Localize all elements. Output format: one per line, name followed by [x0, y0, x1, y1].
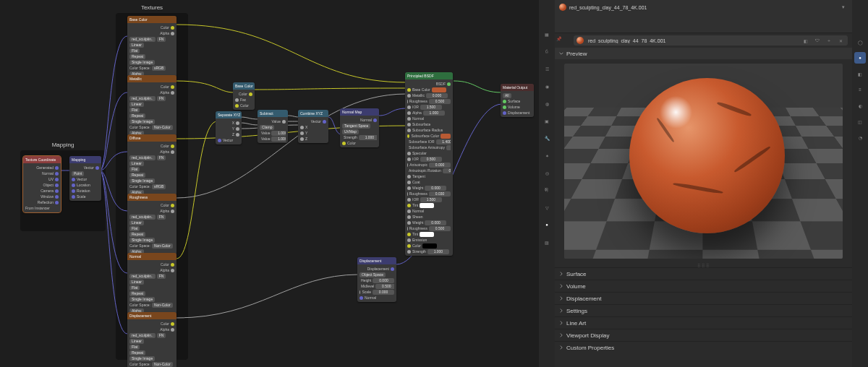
material-preview	[555, 59, 852, 263]
section-custom-properties[interactable]: Custom Properties	[555, 341, 852, 353]
bsdf-input[interactable]: Alpha1.000	[407, 110, 451, 116]
tab-texture-icon[interactable]: ▨	[542, 237, 552, 247]
tab-particles-icon[interactable]: ✶	[542, 150, 552, 160]
node-texture-coordinate[interactable]: Texture Coordinate Generated Normal UV O…	[23, 156, 61, 212]
frame-label: Mapping	[20, 142, 106, 148]
tab-output-icon[interactable]: ⎙	[542, 46, 552, 56]
tab-scene-icon[interactable]: ◉	[542, 81, 552, 91]
section-surface[interactable]: Surface	[555, 267, 852, 280]
bsdf-input[interactable]: Normal	[407, 208, 451, 214]
preview-fluid-icon[interactable]: ◔	[854, 131, 866, 143]
node-combine-xyz[interactable]: Combine XYZ Vector X Y Z	[298, 110, 328, 143]
bsdf-input[interactable]: Coat	[407, 179, 451, 185]
section-viewport-display[interactable]: Viewport Display	[555, 329, 852, 341]
dropdown-icon[interactable]: ▾	[839, 3, 848, 12]
preview-cloth-icon[interactable]: ◫	[854, 116, 866, 127]
node-normal-map[interactable]: Normal Map Normal Tangent Space UVMap St…	[340, 108, 379, 147]
material-name-row: ◧ 🛡 ＋ ✕	[574, 35, 848, 46]
bsdf-input[interactable]: Color	[407, 243, 451, 249]
node-editor[interactable]: Mapping Textures	[0, 0, 539, 367]
node-tex-displacement[interactable]: Displacement Color Alpha red_sculptin..F…	[127, 312, 176, 367]
fakeuser-icon[interactable]: 🛡	[813, 36, 822, 45]
bsdf-input[interactable]: IOR1.500	[407, 197, 451, 202]
bsdf-input[interactable]: Tint	[407, 202, 451, 208]
bsdf-input[interactable]: Base Color	[407, 87, 451, 92]
node-material-output[interactable]: Material Output All Surface Volume Displ…	[501, 84, 534, 117]
bsdf-input[interactable]: Roughness0.030	[407, 191, 451, 197]
bsdf-input[interactable]: Subsurface Anisotropy0.000	[407, 144, 451, 150]
preview-shaderball-icon[interactable]: ◐	[854, 100, 866, 111]
section-line-art[interactable]: Line Art	[555, 316, 852, 329]
preview-viewport[interactable]	[564, 64, 843, 259]
node-basecolor-mix[interactable]: Base Color Color Fac Color	[233, 82, 255, 110]
preview-hair-icon[interactable]: ≡	[854, 84, 866, 95]
node-tex-metallic[interactable]: Metallic Color Alpha red_sculptin..FN Li…	[127, 75, 176, 143]
bsdf-input[interactable]: Emission	[407, 237, 451, 243]
material-properties: red_sculpting_clay_44_78_4K.001 ▾ 📌 ◧ 🛡 …	[555, 0, 852, 367]
node-displacement[interactable]: Displacement Displacement Object Space H…	[357, 257, 396, 302]
node-tex-basecolor[interactable]: Base Color Color Alpha red_sculptin..FN …	[127, 16, 176, 84]
bsdf-input[interactable]: Subsurface IOR1.400	[407, 139, 451, 144]
chevron-down-icon	[559, 51, 563, 56]
node-principled-bsdf[interactable]: Principled BSDF BSDF Base ColorMetallic0…	[405, 72, 453, 256]
section-displacement[interactable]: Displacement	[555, 292, 852, 304]
properties-tab-column: ▦ ⎙ ☰ ◉ ◍ ▣ 🔧 ✶ ◎ ⛓ ▽ ● ▨	[539, 0, 555, 367]
bsdf-input[interactable]: Normal	[407, 116, 451, 121]
material-slot[interactable]: red_sculpting_clay_44_78_4K.001 ▾	[559, 3, 848, 12]
bsdf-input[interactable]: Subsurface Color	[407, 133, 451, 139]
node-tex-diffuse[interactable]: Diffuse Color Alpha red_sculptin..FN Lin…	[127, 134, 176, 202]
bsdf-input[interactable]: Strength1.000	[407, 249, 451, 254]
node-tex-normal[interactable]: Normal Color Alpha red_sculptin..FN Line…	[127, 253, 176, 321]
bsdf-input[interactable]: Roughness0.500	[407, 225, 451, 231]
node-header[interactable]: Texture Coordinate	[23, 156, 61, 163]
bsdf-input[interactable]: Tint	[407, 231, 451, 237]
frame-label: Textures	[116, 4, 188, 11]
tab-viewlayer-icon[interactable]: ☰	[542, 64, 552, 74]
bsdf-input[interactable]: Weight0.000	[407, 220, 451, 225]
bsdf-input[interactable]: Sheen	[407, 214, 451, 220]
preview-sphere	[629, 78, 785, 233]
preview-panel-header[interactable]: Preview	[555, 48, 852, 59]
bsdf-input[interactable]: Metallic0.000	[407, 92, 451, 98]
node-separate-xyz[interactable]: Separate XYZ X Y Z Vector	[216, 111, 242, 144]
bsdf-input[interactable]: Anisotropic Rotation0.000	[407, 168, 451, 173]
bsdf-input[interactable]: Weight0.000	[407, 185, 451, 191]
tab-render-icon[interactable]: ▦	[542, 29, 552, 39]
preview-label: Preview	[566, 51, 587, 57]
section-volume[interactable]: Volume	[555, 280, 852, 292]
properties-panel: ▦ ⎙ ☰ ◉ ◍ ▣ 🔧 ✶ ◎ ⛓ ▽ ● ▨ red_sculpting_…	[539, 0, 868, 367]
unlink-icon[interactable]: ✕	[836, 36, 845, 45]
pin-icon[interactable]: 📌	[556, 36, 566, 46]
preview-type-column: ◯ ● ◧ ≡ ◐ ◫ ◔	[852, 0, 868, 367]
bsdf-input[interactable]: Anisotropic0.000	[407, 162, 451, 168]
material-slot-name: red_sculpting_clay_44_78_4K.001	[569, 5, 647, 10]
bsdf-input[interactable]: Tangent	[407, 173, 451, 179]
bsdf-input[interactable]: Subsurface	[407, 121, 451, 127]
material-name-input[interactable]	[587, 38, 799, 44]
tab-object-icon[interactable]: ▣	[542, 116, 552, 126]
preview-flat-icon[interactable]: ◯	[854, 36, 866, 48]
preview-cube-icon[interactable]: ◧	[854, 68, 866, 79]
preview-sphere-icon[interactable]: ●	[854, 52, 866, 64]
node-tex-roughness[interactable]: Roughness Color Alpha red_sculptin..FN L…	[127, 194, 176, 262]
bsdf-input[interactable]: Roughness0.500	[407, 98, 451, 104]
bsdf-input[interactable]: IOR1.500	[407, 104, 451, 110]
tab-material-icon[interactable]: ●	[542, 220, 552, 230]
node-header[interactable]: Mapping	[69, 156, 101, 163]
material-slot-preview-icon	[559, 4, 566, 11]
bsdf-input[interactable]: IOR0.500	[407, 156, 451, 162]
material-preview-icon	[576, 37, 584, 44]
bsdf-input[interactable]: Specular	[407, 150, 451, 156]
node-mapping[interactable]: Mapping Vector Point Vector Location Rot…	[69, 156, 101, 201]
tab-data-icon[interactable]: ▽	[542, 202, 552, 212]
tab-modifier-icon[interactable]: 🔧	[542, 133, 552, 143]
node-toggle-icon[interactable]: ◧	[801, 36, 810, 45]
new-material-icon[interactable]: ＋	[825, 36, 833, 45]
node-subtract[interactable]: Subtract Value Clamp Value1.000 Value1.0…	[258, 110, 288, 143]
section-settings[interactable]: Settings	[555, 304, 852, 316]
tab-physics-icon[interactable]: ◎	[542, 168, 552, 178]
tab-constraints-icon[interactable]: ⛓	[542, 185, 552, 195]
bsdf-input[interactable]: Subsurface Radius	[407, 127, 451, 133]
tab-world-icon[interactable]: ◍	[542, 98, 552, 108]
